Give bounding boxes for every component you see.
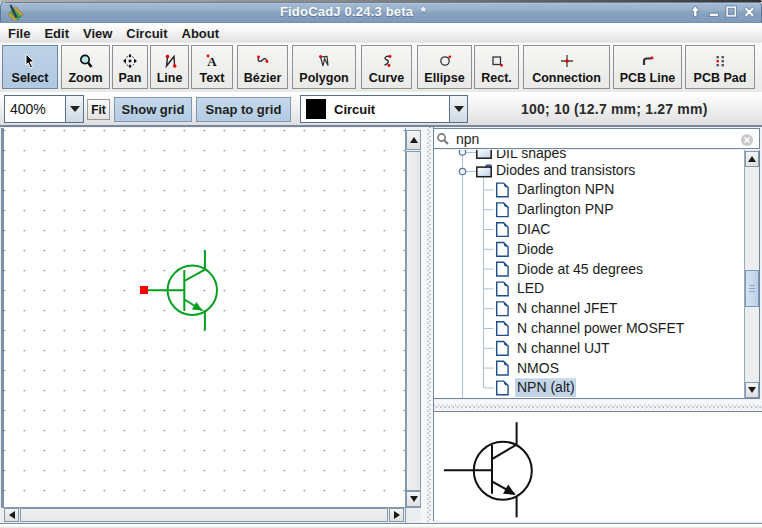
svg-text:Darlington NPN: Darlington NPN bbox=[517, 181, 614, 197]
svg-text:Diodes and transistors: Diodes and transistors bbox=[496, 162, 635, 178]
svg-text:DIAC: DIAC bbox=[517, 221, 550, 237]
svg-text:N channel power MOSFET: N channel power MOSFET bbox=[517, 320, 685, 336]
svg-text:Diode: Diode bbox=[517, 241, 554, 257]
svg-text:NMOS: NMOS bbox=[517, 360, 559, 376]
svg-text:N channel UJT: N channel UJT bbox=[517, 340, 610, 356]
svg-text:LED: LED bbox=[517, 280, 544, 296]
svg-text:Diode at 45 degrees: Diode at 45 degrees bbox=[517, 261, 643, 277]
svg-text:NPN (alt): NPN (alt) bbox=[517, 379, 575, 395]
svg-text:Darlington PNP: Darlington PNP bbox=[517, 201, 614, 217]
svg-text:N channel JFET: N channel JFET bbox=[517, 300, 618, 316]
svg-text:DIL shapes: DIL shapes bbox=[496, 150, 566, 161]
